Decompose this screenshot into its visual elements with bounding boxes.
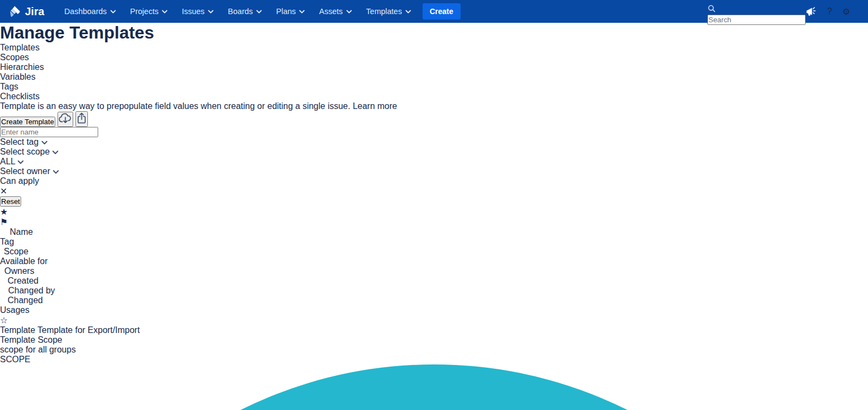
main-menu: Dashboards Projects Issues Boards Plans … <box>59 4 417 19</box>
template-description: Template for Export/Import <box>37 325 140 335</box>
nav-item-boards[interactable]: Boards <box>222 4 268 19</box>
can-apply-label: Can apply <box>0 176 39 185</box>
can-apply-control: Can apply ✕ <box>0 176 868 196</box>
export-icon[interactable] <box>75 111 88 127</box>
nav-item-projects[interactable]: Projects <box>124 4 174 19</box>
reset-button[interactable]: Reset <box>0 196 21 207</box>
header-name[interactable]: Name <box>0 227 868 237</box>
table-row: ☆ Template Template for Export/Import Te… <box>0 315 868 410</box>
chevron-down-icon <box>17 160 24 164</box>
nav-item-assets[interactable]: Assets <box>313 4 358 19</box>
header-usages[interactable]: Usages <box>0 305 868 315</box>
page-title: Manage Templates <box>0 23 868 43</box>
top-nav: Jira Dashboards Projects Issues Boards P… <box>0 0 868 23</box>
chevron-down-icon <box>110 10 116 14</box>
star-column-header[interactable]: ★ <box>0 207 868 217</box>
scope-value: scope for all groups <box>0 345 868 355</box>
chevron-down-icon <box>52 150 59 155</box>
create-button[interactable]: Create <box>423 3 461 20</box>
header-changed[interactable]: Changed <box>0 296 868 305</box>
filter-bar: Select tag Select scope ALL Select owner… <box>0 127 868 207</box>
search-input[interactable] <box>707 15 806 25</box>
tag-chip: Scope <box>37 335 62 344</box>
scope-lozenge: SCOPE <box>0 355 30 364</box>
jira-logo-icon <box>9 5 21 18</box>
name-filter-input[interactable] <box>0 127 98 137</box>
nav-item-templates[interactable]: Templates <box>360 4 417 19</box>
page-description: Template is an easy way to prepopulate f… <box>0 101 868 111</box>
chevron-down-icon <box>208 10 214 14</box>
chevron-down-icon <box>256 10 262 14</box>
jira-app: Jira Dashboards Projects Issues Boards P… <box>0 0 868 410</box>
available-for-filter-select[interactable]: ALL <box>0 157 868 166</box>
tab-templates[interactable]: Templates <box>0 43 868 53</box>
tab-scopes[interactable]: Scopes <box>0 53 868 62</box>
header-owners[interactable]: Owners <box>0 266 868 276</box>
nav-item-issues[interactable]: Issues <box>176 4 220 19</box>
flag-column-header[interactable]: ⚑ <box>0 217 868 227</box>
tab-checklists[interactable]: Checklists <box>0 92 868 101</box>
chevron-down-icon <box>299 10 305 14</box>
announcements-icon[interactable] <box>805 5 817 17</box>
global-search[interactable] <box>707 4 794 19</box>
chevron-down-icon <box>162 10 168 14</box>
table-header: ★ ⚑ Name Tag Scope Available for Owners … <box>0 207 868 315</box>
chevron-down-icon <box>41 140 48 145</box>
create-template-button[interactable]: Create Template <box>0 117 55 127</box>
template-actions: Create Template <box>0 111 868 127</box>
templates-table: ★ ⚑ Name Tag Scope Available for Owners … <box>0 207 868 410</box>
brand-name: Jira <box>25 5 44 18</box>
nav-item-dashboards[interactable]: Dashboards <box>59 4 122 19</box>
star-icon[interactable]: ☆ <box>0 315 868 325</box>
header-tag: Tag <box>0 237 868 247</box>
header-created[interactable]: Created <box>0 276 868 286</box>
header-changed-by[interactable]: Changed by <box>0 286 868 296</box>
nav-utilities: ? ⚙ <box>707 4 860 19</box>
owner-avatar <box>0 364 868 410</box>
jira-home-link[interactable]: Jira <box>9 5 44 18</box>
chevron-down-icon <box>53 170 59 174</box>
help-icon[interactable]: ? <box>827 7 832 16</box>
tab-bar: Templates Scopes Hierarchies Variables T… <box>0 43 868 101</box>
tab-hierarchies[interactable]: Hierarchies <box>0 62 868 72</box>
chevron-down-icon <box>405 10 411 14</box>
search-icon <box>707 4 716 12</box>
header-available-for[interactable]: Available for <box>0 257 868 266</box>
settings-gear-icon[interactable]: ⚙ <box>843 7 850 17</box>
learn-more-link[interactable]: Learn more <box>353 101 397 111</box>
owner-filter-select[interactable]: Select owner <box>0 166 868 176</box>
scope-filter-select[interactable]: Select scope <box>0 147 868 157</box>
tab-variables[interactable]: Variables <box>0 72 868 82</box>
chevron-down-icon <box>346 10 352 14</box>
template-name-link[interactable]: Template <box>0 325 35 335</box>
header-scope: Scope <box>0 247 868 257</box>
tag-chip: Template <box>0 335 35 344</box>
nav-item-plans[interactable]: Plans <box>270 4 311 19</box>
tab-tags[interactable]: Tags <box>0 82 868 92</box>
can-apply-toggle[interactable]: ✕ <box>0 186 868 196</box>
main-content: Manage Templates Templates Scopes Hierar… <box>0 23 868 410</box>
import-cloud-icon[interactable] <box>58 112 73 127</box>
description-row: Template is an easy way to prepopulate f… <box>0 101 868 127</box>
tag-filter-select[interactable]: Select tag <box>0 137 868 147</box>
